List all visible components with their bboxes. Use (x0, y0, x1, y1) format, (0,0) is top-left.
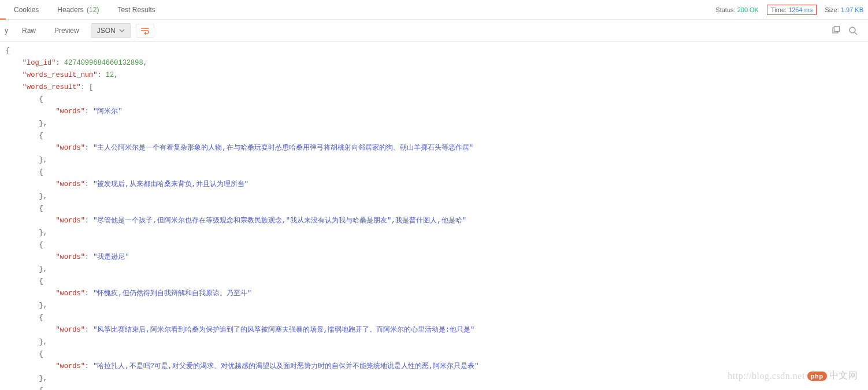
json-val-log-id: 4274099684660132898 (64, 59, 143, 67)
json-key-words: "words" (55, 217, 84, 225)
json-val-item-0: "阿米尔" (93, 107, 122, 116)
format-dropdown-label: JSON (97, 27, 116, 35)
status-label: Status: (715, 6, 735, 13)
watermark: http://blog.csdn.net php 中文网 (728, 370, 858, 382)
json-key-words: "words" (55, 326, 84, 334)
chevron-down-icon (119, 28, 125, 34)
search-icon[interactable] (848, 26, 858, 35)
response-meta: Status: 200 OK Time: 1264 ms Size: 1.97 … (715, 5, 863, 15)
response-tabs: Cookies Headers (12) Test Results Status… (0, 0, 868, 20)
wrap-icon (140, 27, 150, 35)
raw-tab[interactable]: Raw (15, 23, 43, 38)
json-key-words: "words" (55, 144, 84, 152)
size-value[interactable]: 1.97 KB (841, 6, 863, 13)
body-toolbar: y Raw Preview JSON (0, 20, 868, 42)
tab-headers-label: Headers (57, 6, 83, 14)
json-val-item-4: "我是逊尼" (93, 253, 129, 261)
json-key-words: "words" (55, 289, 84, 298)
json-val-item-7: "哈拉扎人,不是吗?可是,对父爱的渴求、对优越感的渴望以及面对恶势力时的自保并不… (93, 362, 478, 370)
watermark-url: http://blog.csdn.net (728, 371, 805, 381)
time-value[interactable]: 1264 ms (788, 6, 813, 13)
tab-headers[interactable]: Headers (12) (48, 1, 108, 18)
json-key-words: "words" (55, 180, 84, 188)
json-key-words-result: "words_result" (23, 83, 81, 91)
status-value[interactable]: 200 OK (737, 6, 759, 13)
json-viewer[interactable]: { "log_id": 4274099684660132898, "words_… (0, 42, 868, 390)
json-val-item-6: "风筝比赛结束后,阿米尔看到哈桑为保护追到了的风筝被阿塞夫强暴的场景,懦弱地跑开… (93, 326, 474, 334)
time-box: Time: 1264 ms (767, 5, 817, 15)
watermark-cn: 中文网 (829, 370, 858, 382)
json-val-item-5: "怀愧疚,但仍然得到自我辩解和自我原谅。乃至斗" (93, 289, 251, 298)
format-dropdown[interactable]: JSON (91, 23, 131, 38)
json-key-words: "words" (55, 107, 84, 116)
json-val-item-3: "尽管他是一个孩子,但阿米尔也存在等级观念和宗教民族观念,"我从来没有认为我与哈… (93, 217, 466, 225)
json-val-item-1: "主人公阿米尔是一个有着复杂形象的人物,在与哈桑玩耍时怂恿哈桑用弹弓将胡桃射向邻… (93, 144, 473, 152)
json-val-item-2: "被发现后,从来都由哈桑来背负,并且认为理所当" (93, 180, 248, 188)
svg-line-3 (855, 32, 857, 35)
svg-point-2 (850, 27, 855, 33)
json-key-words: "words" (55, 362, 84, 370)
json-val-result-num: 12 (106, 71, 114, 79)
json-key-words: "words" (55, 253, 84, 261)
tab-test-results[interactable]: Test Results (108, 1, 164, 18)
size-label: Size: (825, 6, 839, 13)
watermark-badge: php (807, 372, 827, 381)
tab-cookies[interactable]: Cookies (5, 1, 48, 18)
copy-icon[interactable] (831, 26, 840, 35)
svg-rect-1 (834, 26, 840, 31)
time-label: Time: (771, 6, 787, 13)
active-tab-indicator (0, 18, 6, 20)
tab-headers-count: (12) (87, 6, 99, 14)
wrap-lines-button[interactable] (136, 24, 154, 38)
json-key-result-num: "words_result_num" (23, 71, 98, 79)
json-key-log-id: "log_id" (23, 59, 56, 67)
preview-tab[interactable]: Preview (47, 23, 86, 38)
pretty-tab-stub[interactable]: y (5, 23, 10, 38)
